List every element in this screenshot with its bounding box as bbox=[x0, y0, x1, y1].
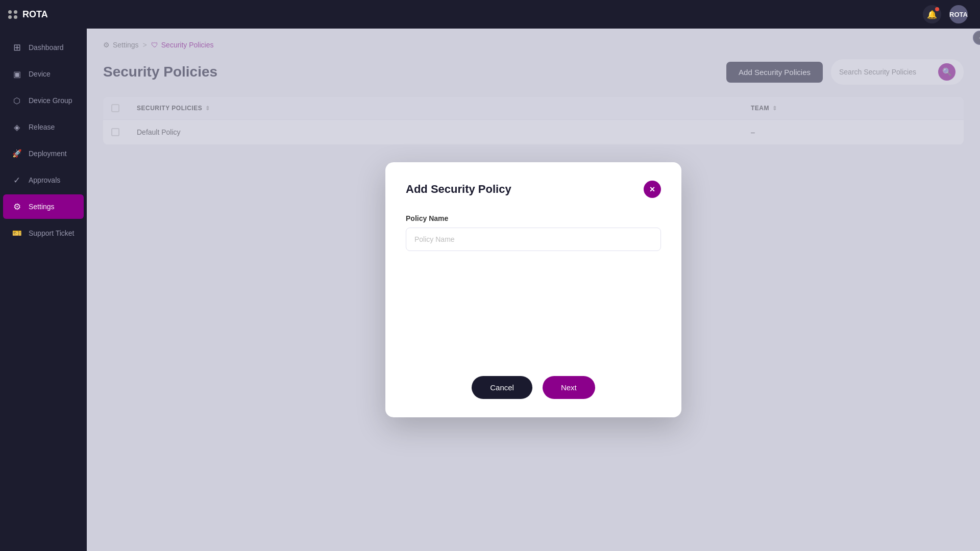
policy-name-input[interactable] bbox=[406, 228, 661, 251]
avatar[interactable]: ROTA bbox=[949, 5, 968, 23]
modal-close-button[interactable]: × bbox=[644, 181, 661, 198]
sidebar-item-label: Device Group bbox=[29, 96, 72, 105]
cancel-button[interactable]: Cancel bbox=[472, 376, 532, 399]
modal-header: Add Security Policy × bbox=[406, 181, 661, 198]
sidebar: ROTA Dashboard Device Device Group Relea… bbox=[0, 0, 87, 551]
modal-overlay: Add Security Policy × Policy Name Cancel… bbox=[87, 29, 980, 551]
sidebar-item-label: Dashboard bbox=[29, 43, 64, 52]
avatar-label: ROTA bbox=[949, 11, 968, 18]
modal-title: Add Security Policy bbox=[406, 183, 511, 196]
notification-badge bbox=[935, 7, 939, 11]
sidebar-nav: Dashboard Device Device Group Release De… bbox=[0, 29, 87, 551]
policy-name-label: Policy Name bbox=[406, 214, 661, 222]
sidebar-item-label: Device bbox=[29, 70, 51, 78]
support-icon bbox=[11, 228, 22, 239]
main-content: 🔔 ROTA ‹ ⚙ Settings > 🛡 Security Policie… bbox=[87, 0, 980, 551]
sidebar-item-settings[interactable]: Settings bbox=[3, 194, 84, 219]
add-security-policy-modal: Add Security Policy × Policy Name Cancel… bbox=[385, 162, 681, 417]
approvals-icon bbox=[11, 174, 22, 186]
release-icon bbox=[11, 121, 22, 133]
device-group-icon bbox=[11, 95, 22, 106]
policy-name-form-group: Policy Name bbox=[406, 214, 661, 251]
topbar: 🔔 ROTA bbox=[87, 0, 980, 29]
next-button[interactable]: Next bbox=[543, 376, 595, 399]
sidebar-item-dashboard[interactable]: Dashboard bbox=[3, 35, 84, 60]
settings-icon bbox=[11, 201, 22, 212]
sidebar-item-approvals[interactable]: Approvals bbox=[3, 168, 84, 192]
sidebar-item-device[interactable]: Device bbox=[3, 62, 84, 86]
modal-footer: Cancel Next bbox=[406, 356, 661, 399]
sidebar-item-label: Approvals bbox=[29, 176, 60, 184]
dashboard-icon bbox=[11, 42, 22, 53]
grid-icon bbox=[8, 10, 17, 19]
sidebar-item-device-group[interactable]: Device Group bbox=[3, 88, 84, 113]
app-logo: ROTA bbox=[0, 0, 87, 29]
sidebar-item-deployment[interactable]: Deployment bbox=[3, 141, 84, 166]
deployment-icon bbox=[11, 148, 22, 159]
sidebar-item-label: Release bbox=[29, 123, 55, 131]
sidebar-item-release[interactable]: Release bbox=[3, 115, 84, 139]
app-name: ROTA bbox=[22, 9, 48, 20]
notifications-button[interactable]: 🔔 bbox=[923, 5, 941, 23]
sidebar-item-label: Settings bbox=[29, 203, 55, 211]
sidebar-item-label: Deployment bbox=[29, 149, 67, 158]
device-icon bbox=[11, 68, 22, 80]
sidebar-item-support-ticket[interactable]: Support Ticket bbox=[3, 221, 84, 245]
sidebar-item-label: Support Ticket bbox=[29, 229, 75, 237]
page-content: ⚙ Settings > 🛡 Security Policies Securit… bbox=[87, 29, 980, 551]
